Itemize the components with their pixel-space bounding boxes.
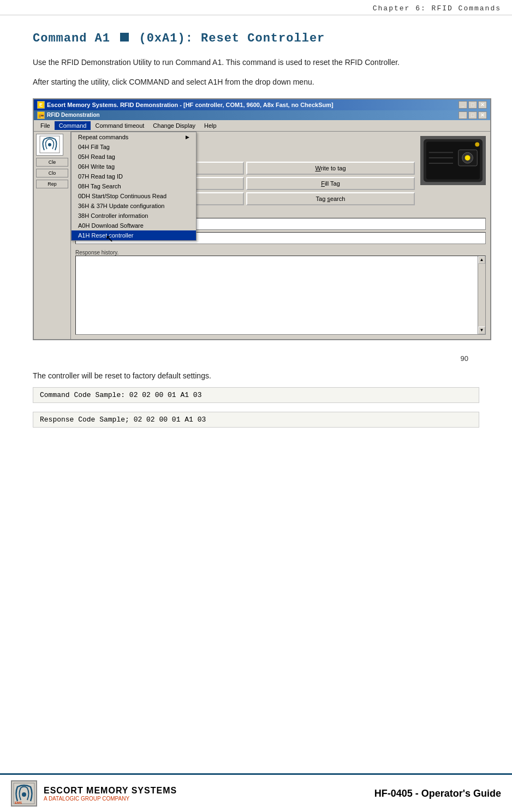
page-title: Command A1 (0xA1): Reset Controller bbox=[33, 32, 479, 45]
rfid-device-image bbox=[420, 136, 486, 185]
svg-point-13 bbox=[22, 792, 26, 797]
body-para1: Use the RFID Demonstration Utility to ru… bbox=[33, 56, 479, 68]
dropdown-item-repeat[interactable]: Repeat commands ▶ bbox=[72, 132, 196, 142]
footer-text-area: ESCORT MEMORY SYSTEMS A DATALOGIC GROUP … bbox=[44, 786, 177, 802]
scroll-track bbox=[478, 264, 485, 327]
restore-button2[interactable]: □ bbox=[468, 111, 477, 119]
write-to-tag-button[interactable]: Write to tag bbox=[246, 162, 415, 175]
response-history-area: Response history. ▲ ▼ bbox=[75, 247, 486, 335]
response-code-sample: Response Code Sample; 02 02 00 01 A1 03 bbox=[33, 412, 479, 428]
controller-text: The controller will be reset to factory … bbox=[33, 370, 479, 382]
title-icon-square bbox=[120, 33, 129, 42]
body-para2: After starting the utility, click COMMAN… bbox=[33, 76, 479, 88]
minimize-button[interactable]: _ bbox=[459, 101, 467, 109]
sidebar-btn-rep[interactable]: Rep bbox=[36, 180, 68, 188]
window-controls: _ □ ✕ bbox=[459, 101, 487, 109]
svg-text:EMS: EMS bbox=[15, 801, 22, 804]
response-history-field: ▲ ▼ bbox=[75, 256, 486, 335]
footer-company-sub: A DATALOGIC GROUP COMPANY bbox=[44, 796, 177, 802]
window-title2: RFID Demonstration bbox=[47, 112, 100, 118]
title-command: Command A1 bbox=[33, 32, 110, 45]
dropdown-item-08h[interactable]: 08H Tag Search bbox=[72, 181, 196, 191]
maximize-button[interactable]: □ bbox=[468, 101, 477, 109]
close-button[interactable]: ✕ bbox=[478, 101, 487, 109]
dropdown-item-05h[interactable]: 05H Read tag bbox=[72, 152, 196, 162]
command-code-sample: Command Code Sample: 02 02 00 01 A1 03 bbox=[33, 387, 479, 403]
footer-guide-title: HF-0405 - Operator's Guide bbox=[374, 788, 501, 799]
footer-company-name: ESCORT MEMORY SYSTEMS bbox=[44, 786, 177, 796]
footer-logo-svg: EMS bbox=[13, 783, 35, 804]
titlebar-left: E Escort Memory Systems. RFID Demonstrat… bbox=[37, 101, 334, 109]
app-logo bbox=[36, 134, 63, 156]
submenu-arrow: ▶ bbox=[186, 134, 189, 140]
sidebar-btn-cle[interactable]: Cle bbox=[36, 158, 68, 167]
svg-point-8 bbox=[475, 142, 479, 146]
scroll-up-button[interactable]: ▲ bbox=[478, 256, 485, 264]
page-number: 90 bbox=[33, 354, 479, 363]
logo-svg bbox=[39, 135, 61, 154]
chapter-header: Chapter 6: RFID Commands bbox=[0, 0, 512, 15]
window-controls2: _ □ ✕ bbox=[459, 111, 487, 119]
dropdown-item-a0h[interactable]: A0H Download Software bbox=[72, 221, 196, 230]
svg-point-7 bbox=[465, 155, 471, 161]
footer-left: EMS ESCORT MEMORY SYSTEMS A DATALOGIC GR… bbox=[11, 780, 177, 807]
response-label: Response history. bbox=[75, 250, 486, 256]
menu-timeout[interactable]: Command timeout bbox=[91, 121, 148, 130]
menu-display[interactable]: Change Display bbox=[148, 121, 200, 130]
minimize-button2[interactable]: _ bbox=[459, 111, 467, 119]
scrollbar-vertical[interactable]: ▲ ▼ bbox=[478, 256, 485, 334]
menu-command[interactable]: Command bbox=[55, 121, 91, 130]
main-content: Command A1 (0xA1): Reset Controller Use … bbox=[0, 15, 512, 447]
dropdown-item-07h[interactable]: 07H Read tag ID bbox=[72, 171, 196, 181]
svg-point-1 bbox=[48, 143, 51, 146]
window-titlebar2: 📻 RFID Demonstration _ □ ✕ bbox=[34, 110, 490, 120]
app-sidebar: Cle Clo Rep bbox=[34, 132, 71, 339]
title-rest: (0xA1): Reset Controller bbox=[139, 32, 325, 45]
window-title: Escort Memory Systems. RFID Demonstratio… bbox=[47, 102, 334, 108]
sidebar-btn-clo[interactable]: Clo bbox=[36, 169, 68, 177]
window-app-icon2: 📻 bbox=[37, 111, 45, 119]
dropdown-item-36h[interactable]: 36H & 37H Update configuration bbox=[72, 201, 196, 211]
command-dropdown[interactable]: Repeat commands ▶ 04H Fill Tag 05H Read … bbox=[71, 132, 197, 241]
scroll-down-button[interactable]: ▼ bbox=[478, 327, 485, 334]
dropdown-item-04h[interactable]: 04H Fill Tag bbox=[72, 142, 196, 152]
chapter-title: Chapter 6: RFID Commands bbox=[373, 4, 501, 13]
app-body: Repeat commands ▶ 04H Fill Tag 05H Read … bbox=[34, 132, 490, 339]
titlebar2-left: 📻 RFID Demonstration bbox=[37, 111, 100, 119]
dropdown-item-06h[interactable]: 06H Write tag bbox=[72, 162, 196, 171]
screenshot-window: E Escort Memory Systems. RFID Demonstrat… bbox=[33, 98, 491, 340]
fill-tag-button[interactable]: Fill Tag bbox=[246, 177, 415, 190]
menu-bar: File Command Command timeout Change Disp… bbox=[34, 120, 490, 132]
window-app-icon: E bbox=[37, 101, 45, 109]
dropdown-item-a1h[interactable]: A1H Reset controller bbox=[72, 230, 196, 240]
footer-logo: EMS bbox=[11, 780, 37, 807]
close-button2[interactable]: ✕ bbox=[478, 111, 487, 119]
page-footer: EMS ESCORT MEMORY SYSTEMS A DATALOGIC GR… bbox=[0, 773, 512, 812]
menu-file[interactable]: File bbox=[36, 121, 55, 130]
dropdown-item-38h[interactable]: 38H Controller information bbox=[72, 211, 196, 221]
dropdown-item-0dh[interactable]: 0DH Start/Stop Continuous Read bbox=[72, 191, 196, 201]
window-titlebar: E Escort Memory Systems. RFID Demonstrat… bbox=[34, 99, 490, 110]
menu-help[interactable]: Help bbox=[200, 121, 221, 130]
rfid-device-svg bbox=[421, 136, 485, 185]
tag-search-button[interactable]: Tag search bbox=[246, 192, 415, 205]
